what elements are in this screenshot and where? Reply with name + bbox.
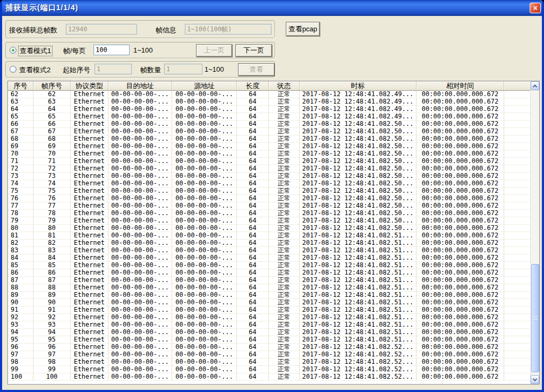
cell-length: 64: [237, 277, 269, 284]
table-row[interactable]: 8888Ethernet00-00-00-00-...00-00-00-00-.…: [8, 284, 530, 292]
header-cell-src-address[interactable]: 源地址: [172, 81, 237, 90]
cell-filler: [504, 254, 530, 262]
table-row[interactable]: 8787Ethernet00-00-00-00-...00-00-00-00-.…: [8, 277, 530, 284]
cell-length: 64: [237, 121, 269, 128]
header-cell-index[interactable]: 序号: [8, 81, 33, 90]
table-row[interactable]: 7979Ethernet00-00-00-00-...00-00-00-00-.…: [8, 217, 530, 225]
table-row[interactable]: 9797Ethernet00-00-00-00-...00-00-00-00-.…: [8, 351, 530, 359]
table-row[interactable]: 8181Ethernet00-00-00-00-...00-00-00-00-.…: [8, 232, 530, 240]
table-row[interactable]: 9494Ethernet00-00-00-00-...00-00-00-00-.…: [8, 329, 530, 336]
cell-timestamp: 2017-08-12 12:48:41.082.51...: [300, 314, 416, 321]
mode2-radio-label[interactable]: 查看模式2: [19, 65, 50, 75]
table-row[interactable]: 9898Ethernet00-00-00-00-...00-00-00-00-.…: [8, 359, 530, 366]
mode1-radio-label[interactable]: 查看模式1: [18, 46, 53, 56]
table-row[interactable]: 9999Ethernet00-00-00-00-...00-00-00-00-.…: [8, 366, 530, 373]
table-row[interactable]: 6565Ethernet00-00-00-00-...00-00-00-00-.…: [8, 113, 530, 121]
cell-status: 正常: [269, 106, 300, 113]
cell-protocol: Ethernet: [71, 225, 108, 232]
table-row[interactable]: 9595Ethernet00-00-00-00-...00-00-00-00-.…: [8, 336, 530, 344]
cell-protocol: Ethernet: [71, 217, 108, 225]
table-row[interactable]: 8484Ethernet00-00-00-00-...00-00-00-00-.…: [8, 254, 530, 262]
scrollbar-thumb[interactable]: [531, 264, 539, 372]
table-row[interactable]: 7777Ethernet00-00-00-00-...00-00-00-00-.…: [8, 202, 530, 210]
table-row[interactable]: 9292Ethernet00-00-00-00-...00-00-00-00-.…: [8, 314, 530, 321]
table-row[interactable]: 7373Ethernet00-00-00-00-...00-00-00-00-.…: [8, 173, 530, 180]
mode1-radio[interactable]: [10, 47, 16, 54]
table-row[interactable]: 8989Ethernet00-00-00-00-...00-00-00-00-.…: [8, 292, 530, 299]
header-cell-relative-time[interactable]: 相对时间: [416, 81, 504, 90]
table-row[interactable]: 8383Ethernet00-00-00-00-...00-00-00-00-.…: [8, 247, 530, 254]
cell-status: 正常: [269, 359, 300, 366]
cell-protocol: Ethernet: [71, 232, 108, 240]
cell-length: 64: [237, 336, 269, 344]
table-row[interactable]: 8282Ethernet00-00-00-00-...00-00-00-00-.…: [8, 240, 530, 247]
table-row[interactable]: 8686Ethernet00-00-00-00-...00-00-00-00-.…: [8, 269, 530, 277]
table-row[interactable]: 7878Ethernet00-00-00-00-...00-00-00-00-.…: [8, 210, 530, 217]
frame-count-input[interactable]: [164, 64, 202, 74]
close-icon: ×: [533, 4, 537, 12]
table-row[interactable]: 6262Ethernet00-00-00-00-...00-00-00-00-.…: [8, 91, 530, 98]
mode2-radio[interactable]: [10, 66, 16, 73]
table-row[interactable]: 8080Ethernet00-00-00-00-...00-00-00-00-.…: [8, 225, 530, 232]
scroll-down-button[interactable]: [531, 375, 539, 384]
table-row[interactable]: 100100Ethernet00-00-00-00-...00-00-00-00…: [8, 373, 530, 381]
header-cell-status[interactable]: 状态: [269, 81, 300, 90]
cell-relative-time: 00:00:00.000.000.672: [416, 321, 504, 329]
cell-length: 64: [237, 329, 269, 336]
cell-dest-address: 00-00-00-00-...: [108, 158, 172, 165]
header-cell-length[interactable]: 长度: [237, 81, 269, 90]
cell-index: 77: [8, 202, 33, 210]
header-cell-dest-address[interactable]: 目的地址: [108, 81, 172, 90]
chevron-down-icon: [533, 377, 537, 381]
cell-src-address: 00-00-00-00-...: [172, 232, 237, 240]
table-row[interactable]: 6666Ethernet00-00-00-00-...00-00-00-00-.…: [8, 121, 530, 128]
table-row[interactable]: 6868Ethernet00-00-00-00-...00-00-00-00-.…: [8, 135, 530, 143]
table-row[interactable]: 9393Ethernet00-00-00-00-...00-00-00-00-.…: [8, 321, 530, 329]
cell-frame-index: 63: [33, 98, 71, 106]
scroll-up-button[interactable]: [531, 81, 539, 90]
cell-status: 正常: [269, 232, 300, 240]
table-row[interactable]: 8585Ethernet00-00-00-00-...00-00-00-00-.…: [8, 262, 530, 269]
table-row[interactable]: 6767Ethernet00-00-00-00-...00-00-00-00-.…: [8, 128, 530, 135]
table-row[interactable]: 9696Ethernet00-00-00-00-...00-00-00-00-.…: [8, 344, 530, 351]
table-row[interactable]: 7171Ethernet00-00-00-00-...00-00-00-00-.…: [8, 158, 530, 165]
table-row[interactable]: 9191Ethernet00-00-00-00-...00-00-00-00-.…: [8, 306, 530, 314]
header-cell-protocol[interactable]: 协议类型: [71, 81, 108, 90]
table-row[interactable]: 9090Ethernet00-00-00-00-...00-00-00-00-.…: [8, 299, 530, 306]
cell-relative-time: 00:00:00.000.000.672: [416, 262, 504, 269]
header-cell-frame-index[interactable]: 帧序号: [33, 81, 71, 90]
scrollbar-track[interactable]: [531, 90, 539, 375]
view-pcap-button[interactable]: 查看pcap: [286, 22, 320, 36]
cell-index: 68: [8, 135, 33, 143]
close-button[interactable]: ×: [530, 3, 541, 13]
cell-protocol: Ethernet: [71, 277, 108, 284]
total-frames-field[interactable]: [66, 24, 137, 35]
next-page-button[interactable]: 下一页: [235, 44, 272, 57]
start-index-input[interactable]: [95, 64, 132, 74]
cell-filler: [504, 299, 530, 306]
vertical-scrollbar[interactable]: [530, 81, 539, 384]
table-row[interactable]: 6363Ethernet00-00-00-00-...00-00-00-00-.…: [8, 98, 530, 106]
frame-table: 序号帧序号协议类型目的地址源地址长度状态时标相对时间 6262Ethernet0…: [7, 81, 540, 385]
table-row[interactable]: 7676Ethernet00-00-00-00-...00-00-00-00-.…: [8, 195, 530, 202]
cell-length: 64: [237, 173, 269, 180]
cell-status: 正常: [269, 314, 300, 321]
header-filler[interactable]: [504, 81, 530, 90]
header-cell-timestamp[interactable]: 时标: [300, 81, 416, 90]
table-row[interactable]: 6969Ethernet00-00-00-00-...00-00-00-00-.…: [8, 143, 530, 150]
cell-dest-address: 00-00-00-00-...: [108, 284, 172, 292]
frame-info-field[interactable]: [185, 24, 271, 35]
title-bar[interactable]: 捕获显示(端口1/1/4) ×: [0, 0, 544, 16]
table-row[interactable]: 7474Ethernet00-00-00-00-...00-00-00-00-.…: [8, 180, 530, 188]
table-row[interactable]: 6464Ethernet00-00-00-00-...00-00-00-00-.…: [8, 106, 530, 113]
cell-length: 64: [237, 128, 269, 135]
cell-src-address: 00-00-00-00-...: [172, 121, 237, 128]
frames-per-page-input[interactable]: [94, 45, 130, 55]
cell-frame-index: 86: [33, 269, 71, 277]
table-row[interactable]: 7575Ethernet00-00-00-00-...00-00-00-00-.…: [8, 188, 530, 195]
table-row[interactable]: 7070Ethernet00-00-00-00-...00-00-00-00-.…: [8, 150, 530, 158]
view-button[interactable]: 查看: [238, 63, 275, 76]
table-row[interactable]: 7272Ethernet00-00-00-00-...00-00-00-00-.…: [8, 165, 530, 173]
prev-page-button[interactable]: 上一页: [196, 44, 232, 57]
cell-frame-index: 79: [33, 217, 71, 225]
